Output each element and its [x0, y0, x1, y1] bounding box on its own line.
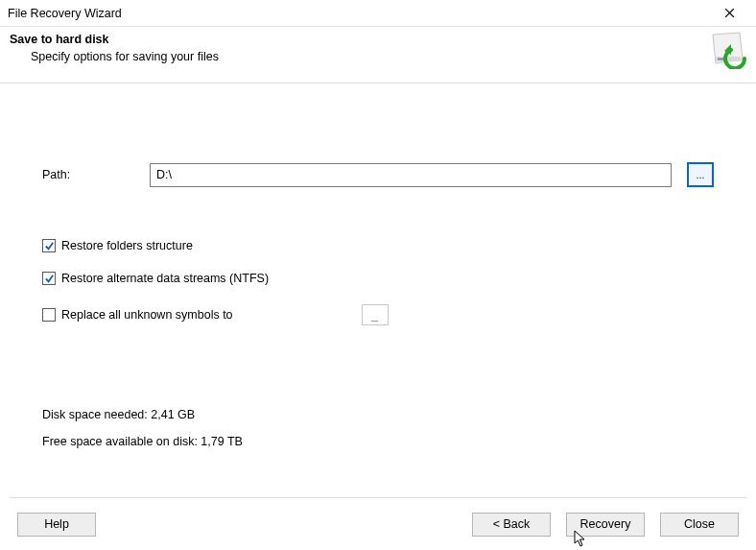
checkmark-icon — [44, 241, 55, 251]
browse-button[interactable]: ... — [687, 162, 714, 187]
close-footer-button[interactable]: Close — [660, 513, 739, 537]
close-icon — [724, 5, 735, 22]
wizard-header: Save to hard disk Specify options for sa… — [0, 27, 756, 84]
path-row: Path: ... — [42, 162, 714, 187]
recovery-button-label: Recovery — [580, 517, 631, 531]
restore-folders-checkbox[interactable] — [42, 239, 56, 252]
disk-space-free: Free space available on disk: 1,79 TB — [42, 435, 714, 448]
back-button-label: < Back — [493, 517, 531, 531]
replace-symbol-input[interactable] — [362, 304, 389, 325]
help-button[interactable]: Help — [17, 513, 96, 537]
replace-symbols-checkbox[interactable] — [42, 308, 56, 322]
path-label: Path: — [42, 168, 134, 181]
page-title: Save to hard disk — [10, 33, 219, 46]
header-texts: Save to hard disk Specify options for sa… — [10, 31, 219, 63]
restore-folders-row: Restore folders structure — [42, 239, 714, 252]
footer-right: < Back Recovery Close — [472, 513, 739, 537]
wizard-body: Path: ... Restore folders structure Rest… — [0, 84, 756, 487]
close-button[interactable] — [710, 0, 748, 27]
ellipsis-icon: ... — [696, 169, 704, 180]
restore-ads-row: Restore alternate data streams (NTFS) — [42, 272, 714, 285]
close-footer-button-label: Close — [684, 517, 715, 531]
titlebar: File Recovery Wizard — [0, 0, 756, 27]
wizard-footer: Help < Back Recovery Close — [0, 498, 756, 550]
replace-symbols-row: Replace all unknown symbols to — [42, 304, 714, 325]
recovery-button[interactable]: Recovery — [566, 513, 645, 537]
path-input[interactable] — [150, 163, 672, 187]
restore-folders-label: Restore folders structure — [61, 239, 193, 252]
window-title: File Recovery Wizard — [8, 7, 122, 20]
checkmark-icon — [44, 274, 55, 284]
options-group: Restore folders structure Restore altern… — [42, 239, 714, 325]
hard-disk-icon — [708, 31, 746, 69]
disk-space-info: Disk space needed: 2,41 GB Free space av… — [42, 408, 714, 448]
restore-ads-label: Restore alternate data streams (NTFS) — [61, 272, 269, 285]
restore-ads-checkbox[interactable] — [42, 272, 56, 285]
replace-symbols-label: Replace all unknown symbols to — [61, 308, 233, 322]
disk-space-needed: Disk space needed: 2,41 GB — [42, 408, 714, 421]
page-subtitle: Specify options for saving your files — [31, 50, 219, 63]
help-button-label: Help — [44, 517, 69, 531]
back-button[interactable]: < Back — [472, 513, 551, 537]
